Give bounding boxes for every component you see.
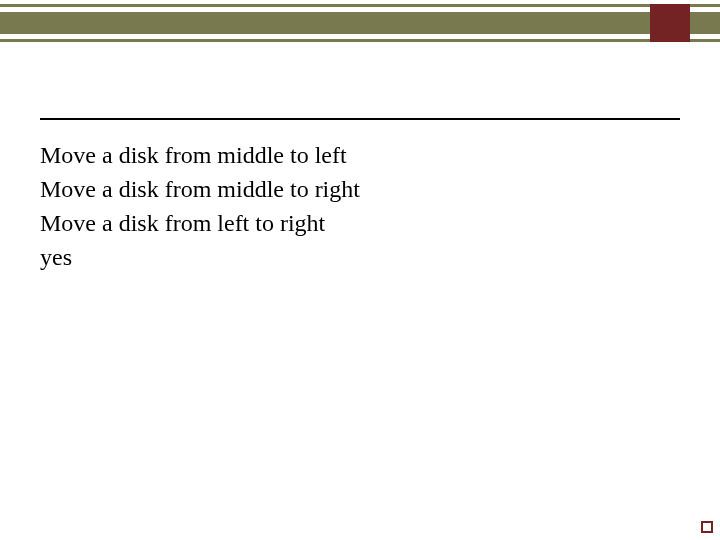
header-stripe-bottom [0,34,720,39]
header-band [0,4,720,42]
slide: Move a disk from middle to left Move a d… [0,0,720,540]
title-underline [40,118,680,120]
body-line-2: Move a disk from middle to right [40,172,680,206]
body-line-1: Move a disk from middle to left [40,138,680,172]
body-line-4: yes [40,240,680,274]
body-content: Move a disk from middle to left Move a d… [40,138,680,274]
body-line-3: Move a disk from left to right [40,206,680,240]
slide-end-marker-icon [701,521,713,533]
header-stripe-top [0,7,720,12]
header-accent [650,4,690,42]
